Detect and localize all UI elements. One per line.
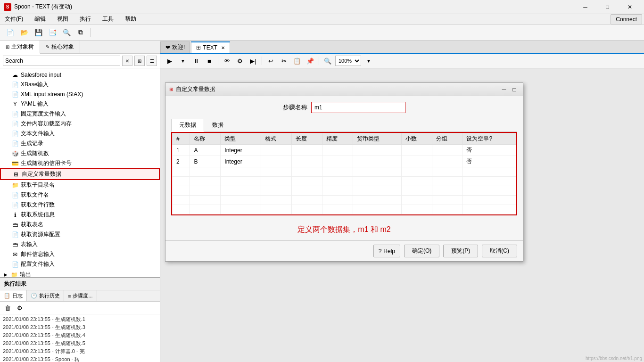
tree-item-email-input[interactable]: ✉ 邮件信息输入: [0, 249, 160, 259]
watermark: https://bbs.csdn.net/t/1.png: [586, 356, 642, 361]
open-button[interactable]: 📂: [18, 26, 30, 39]
fixed-width-icon: 📄: [11, 110, 19, 118]
data-table: # 名称 类型 格式 长度 精度 货币类型 小数 分组 设为空串?: [172, 133, 516, 214]
search-input[interactable]: [3, 56, 120, 66]
tree-item-gen-credit[interactable]: 💳 生成随机的信用卡号: [0, 158, 160, 168]
tree-item-config-input[interactable]: 📄 配置文件输入: [0, 259, 160, 269]
tab-log[interactable]: 📋 日志: [0, 290, 27, 301]
table-empty-row-3: [173, 186, 516, 196]
menu-edit[interactable]: 编辑: [32, 14, 49, 24]
paste-button[interactable]: 📌: [305, 55, 316, 66]
run-button[interactable]: ▶: [164, 55, 175, 66]
tree-item-get-tablename[interactable]: 🗃 获取表名: [0, 220, 160, 230]
bottom-toolbar: 🗑 ⚙: [0, 302, 160, 314]
run-options-button[interactable]: ▼: [177, 55, 189, 66]
group-output[interactable]: ▶ 📁 输出: [0, 269, 160, 277]
tree-item-gen-records[interactable]: 📄 生成记录: [0, 139, 160, 148]
layers-button[interactable]: ⧉: [74, 26, 87, 39]
tab-history[interactable]: 🕐 执行历史: [27, 290, 64, 301]
menu-run[interactable]: 执行: [77, 14, 94, 24]
run-to-button[interactable]: ▶|: [248, 55, 259, 66]
dialog-title-text: 自定义常量数据: [176, 85, 496, 93]
table-row-2[interactable]: 2 B Integer 否: [173, 156, 516, 167]
log-line-6: 2021/01/08 23:13:55 - Spoon - 转: [3, 355, 157, 362]
stop-button[interactable]: ■: [204, 55, 215, 66]
menu-help[interactable]: 帮助: [122, 14, 139, 24]
dialog-tab-data[interactable]: 数据: [204, 119, 231, 132]
explore-button[interactable]: 🔍: [60, 26, 73, 39]
tree-item-text-input[interactable]: 📄 文本文件输入: [0, 129, 160, 139]
tree-item-get-repoconfig[interactable]: 📄 获取资源库配置: [0, 230, 160, 239]
canvas-toolbar: ▶ ▼ ⏸ ■ 👁 ⚙ ▶| ↩ ✂ 📋 📌 🔍 100% 75% 125% 1…: [160, 54, 644, 68]
cancel-button[interactable]: 取消(C): [482, 245, 517, 257]
maximize-button[interactable]: □: [597, 0, 618, 14]
minimize-button[interactable]: ─: [575, 0, 596, 14]
tree-item-xml[interactable]: 📄 XML input stream (StAX): [0, 90, 160, 99]
connect-button[interactable]: Connect: [611, 14, 642, 25]
log-clear-button[interactable]: 🗑: [3, 303, 12, 313]
tab-main-tree[interactable]: ⊞ 主对象树: [0, 41, 40, 54]
search-option-button[interactable]: ⊞: [134, 56, 145, 66]
tree-item-table-input[interactable]: 🗃 表输入: [0, 239, 160, 249]
preview-button[interactable]: 👁: [221, 55, 232, 66]
row1-name: A: [190, 145, 221, 156]
save-as-button[interactable]: 📑: [46, 26, 58, 39]
close-button[interactable]: ✕: [619, 0, 640, 14]
close-tab-button[interactable]: ✕: [221, 45, 225, 50]
dialog-minimize-button[interactable]: ─: [499, 85, 509, 94]
zoom-in-button[interactable]: 🔍: [322, 55, 333, 66]
tree-item-get-sysinfo[interactable]: ℹ 获取系统信息: [0, 210, 160, 220]
dialog-tab-metadata[interactable]: 元数据: [171, 119, 204, 132]
menu-view[interactable]: 视图: [54, 14, 71, 24]
collapse-button[interactable]: ☰: [147, 56, 157, 66]
ok-button[interactable]: 确定(O): [404, 245, 439, 257]
log-line-2: 2021/01/08 23:13:55 - 生成随机数.3: [3, 323, 157, 331]
col-header-num: #: [173, 133, 190, 145]
search-box: ✕ ⊞ ☰: [0, 54, 160, 68]
undo-button[interactable]: ↩: [265, 55, 276, 66]
dialog-maximize-button[interactable]: □: [510, 85, 519, 94]
bottom-content: 🗑 ⚙ 2021/01/08 23:13:55 - 生成随机数.1 2021/0…: [0, 302, 160, 362]
pause-button[interactable]: ⏸: [190, 55, 202, 66]
step-name-row: 步骤名称: [171, 102, 517, 113]
new-button[interactable]: 📄: [4, 26, 16, 39]
get-repoconfig-icon: 📄: [11, 231, 19, 239]
tab-welcome[interactable]: ❤ 欢迎!: [160, 41, 190, 53]
tab-metrics[interactable]: ≡ 步骤度...: [64, 290, 97, 301]
check-button[interactable]: ⚙: [234, 55, 246, 66]
tree-item-xbase[interactable]: 📄 XBase输入: [0, 80, 160, 90]
tree-item-get-filerows[interactable]: 📄 获取文件行数: [0, 200, 160, 210]
clear-search-button[interactable]: ✕: [122, 56, 132, 66]
row2-currency: [353, 156, 401, 167]
table-row-1[interactable]: 1 A Integer 否: [173, 145, 516, 156]
menu-tools[interactable]: 工具: [99, 14, 116, 24]
tree-item-fixed-width[interactable]: 📄 固定宽度文件输入: [0, 109, 160, 119]
canvas-area[interactable]: 自定义常量数据 自定义常量数据 2 ⊞ 自定义常量数据: [160, 68, 644, 362]
row2-length: [292, 156, 322, 167]
tree-item-file-memory[interactable]: 📄 文件内容加载至内存: [0, 119, 160, 129]
title-bar: S Spoon - TEXT (有变动) ─ □ ✕: [0, 0, 644, 14]
step-name-input[interactable]: [311, 102, 405, 113]
tree-item-custom-const[interactable]: ⊞ 自定义常量数据: [0, 168, 160, 180]
tree-item-get-filename[interactable]: 📄 获取文件名: [0, 190, 160, 200]
tree-item-label: 获取表名: [21, 221, 43, 229]
zoom-select[interactable]: 100% 75% 125% 150%: [335, 56, 361, 66]
log-settings-button[interactable]: ⚙: [15, 303, 25, 313]
zoom-dropdown-button[interactable]: ▼: [363, 55, 374, 66]
copy-button[interactable]: 📋: [291, 55, 303, 66]
tree-item-gen-random[interactable]: 🎲 生成随机数: [0, 148, 160, 158]
preview-button-dialog[interactable]: 预览(P): [443, 245, 478, 257]
help-button[interactable]: ? Help: [373, 245, 400, 257]
row1-num: 1: [173, 145, 190, 156]
cut-button[interactable]: ✂: [278, 55, 289, 66]
dialog-footer: ? Help 确定(O) 预览(P) 取消(C): [165, 240, 523, 261]
tree-item-salesforce[interactable]: ☁ Salesforce input: [0, 70, 160, 80]
tab-text[interactable]: ⊞ TEXT ✕: [191, 41, 230, 53]
tab-core-objects[interactable]: ✎ 核心对象: [40, 41, 80, 53]
tree-item-yaml[interactable]: Y YAML 输入: [0, 99, 160, 109]
tree-item-label: 获取子目录名: [21, 181, 55, 189]
tree-item-get-subdir[interactable]: 📁 获取子目录名: [0, 180, 160, 190]
save-button[interactable]: 💾: [32, 26, 44, 39]
menu-file[interactable]: 文件(F): [2, 14, 26, 24]
tab-welcome-label: 欢迎!: [172, 43, 185, 51]
